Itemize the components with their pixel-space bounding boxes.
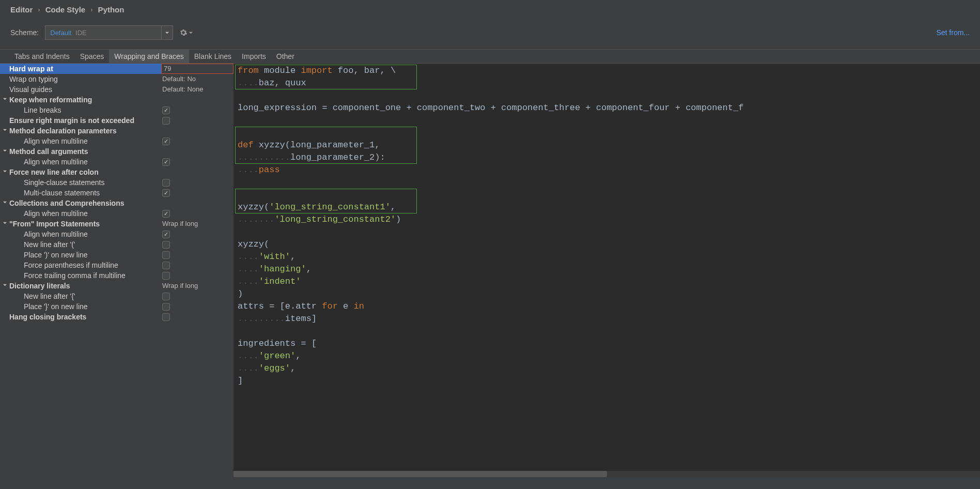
chevron-down-icon[interactable] (0, 198, 9, 208)
breadcrumb-item: Python (98, 5, 125, 14)
tree-label: Method call arguments (9, 146, 88, 157)
checkbox[interactable] (162, 251, 170, 259)
horizontal-scrollbar[interactable] (234, 471, 980, 477)
gear-icon[interactable] (179, 28, 193, 37)
settings-tree: Hard wrap at79Wrap on typingDefault: NoV… (0, 64, 234, 477)
tree-label: Align when multiline (0, 157, 88, 167)
chevron-down-icon[interactable] (0, 146, 9, 157)
tree-row[interactable]: Collections and Comprehensions (0, 198, 234, 208)
tree-value (161, 303, 234, 311)
tree-value (161, 231, 234, 238)
tree-label: Hang closing brackets (0, 312, 86, 322)
scheme-dropdown[interactable]: Default IDE (45, 25, 173, 40)
code-line (234, 176, 980, 189)
tree-row[interactable]: Hang closing brackets (0, 312, 234, 322)
tree-row[interactable]: Wrap on typingDefault: No (0, 74, 234, 84)
chevron-down-icon[interactable] (161, 26, 173, 39)
code-line (234, 226, 980, 238)
tree-row[interactable]: Dictionary literalsWrap if long (0, 281, 234, 291)
code-line: xyzzy( (234, 238, 980, 251)
checkbox[interactable] (162, 158, 170, 166)
tabs: Tabs and IndentsSpacesWrapping and Brace… (0, 50, 980, 64)
tree-row[interactable]: Align when multiline (0, 229, 234, 239)
tree-row[interactable]: Ensure right margin is not exceeded (0, 115, 234, 126)
tree-row[interactable]: Force trailing comma if multiline (0, 270, 234, 281)
checkbox[interactable] (162, 179, 170, 187)
chevron-down-icon[interactable] (0, 219, 9, 229)
tab-blank-lines[interactable]: Blank Lines (189, 50, 237, 63)
scheme-scope: IDE (75, 29, 87, 37)
checkbox[interactable] (162, 262, 170, 269)
tree-row[interactable]: New line after '(' (0, 239, 234, 250)
tree-value (161, 106, 234, 114)
tab-tabs-and-indents[interactable]: Tabs and Indents (9, 50, 75, 63)
tree-row[interactable]: Align when multiline (0, 157, 234, 167)
code-line: ..........long_parameter_2): (234, 151, 980, 164)
tree-value[interactable]: 79 (161, 64, 234, 74)
scheme-label: Scheme: (10, 28, 39, 37)
tree-row[interactable]: Visual guidesDefault: None (0, 84, 234, 95)
code-line: ....'eggs', (234, 362, 980, 375)
tab-imports[interactable]: Imports (237, 50, 271, 63)
tree-label: New line after '{' (0, 291, 75, 301)
checkbox[interactable] (162, 210, 170, 218)
tree-row[interactable]: Method declaration parameters (0, 126, 234, 136)
chevron-down-icon[interactable] (0, 126, 9, 136)
tree-label: Align when multiline (0, 208, 88, 219)
chevron-right-icon: › (38, 6, 40, 13)
tree-row[interactable]: Single-clause statements (0, 177, 234, 188)
checkbox[interactable] (162, 117, 170, 125)
checkbox[interactable] (162, 272, 170, 280)
tab-other[interactable]: Other (271, 50, 300, 63)
chevron-right-icon: › (90, 6, 92, 13)
tree-row[interactable]: Place ')' on new line (0, 250, 234, 260)
code-line: def xyzzy(long_parameter_1, (234, 139, 980, 151)
tree-row[interactable]: Force new line after colon (0, 167, 234, 177)
tree-row[interactable]: Hard wrap at79 (0, 64, 234, 74)
checkbox[interactable] (162, 231, 170, 238)
checkbox[interactable] (162, 313, 170, 321)
tree-label: Align when multiline (0, 136, 88, 146)
checkbox[interactable] (162, 189, 170, 197)
tree-label: Align when multiline (0, 229, 88, 239)
checkbox[interactable] (162, 303, 170, 311)
code-line: attrs = [e.attr for e in (234, 300, 980, 313)
tree-label: Hard wrap at (0, 64, 53, 74)
chevron-down-icon[interactable] (0, 167, 9, 177)
checkbox[interactable] (162, 137, 170, 145)
tree-label: Force parentheses if multiline (0, 260, 118, 270)
tree-row[interactable]: Align when multiline (0, 208, 234, 219)
tree-row[interactable]: Multi-clause statements (0, 188, 234, 198)
tree-row[interactable]: Place '}' on new line (0, 301, 234, 312)
tree-value: Wrap if long (161, 219, 234, 229)
tab-wrapping-and-braces[interactable]: Wrapping and Braces (109, 50, 189, 63)
breadcrumb-item: Code Style (45, 5, 86, 14)
breadcrumb: Editor › Code Style › Python (0, 0, 980, 19)
code-line: ....baz, quux (234, 77, 980, 89)
chevron-down-icon[interactable] (0, 95, 9, 105)
tree-row[interactable]: Keep when reformatting (0, 95, 234, 105)
tree-row[interactable]: Align when multiline (0, 136, 234, 146)
tab-spaces[interactable]: Spaces (75, 50, 110, 63)
tree-row[interactable]: Force parentheses if multiline (0, 260, 234, 270)
tree-value (161, 117, 234, 125)
checkbox[interactable] (162, 293, 170, 300)
tree-value (161, 262, 234, 269)
code-line (234, 325, 980, 338)
tree-label: Force new line after colon (9, 167, 99, 177)
tree-row[interactable]: Line breaks (0, 105, 234, 115)
tree-label: Place '}' on new line (0, 301, 88, 312)
tree-row[interactable]: New line after '{' (0, 291, 234, 301)
chevron-down-icon[interactable] (0, 281, 9, 291)
tree-label: Force trailing comma if multiline (0, 270, 126, 281)
tree-label: Keep when reformatting (9, 95, 92, 105)
set-from-link[interactable]: Set from... (936, 28, 970, 37)
code-line: ] (234, 375, 980, 387)
code-line: xyzzy('long_string_constant1', (234, 201, 980, 213)
tree-row[interactable]: Method call arguments (0, 146, 234, 157)
checkbox[interactable] (162, 106, 170, 114)
tree-label: Place ')' on new line (0, 250, 88, 260)
checkbox[interactable] (162, 241, 170, 249)
tree-row[interactable]: "From" Import StatementsWrap if long (0, 219, 234, 229)
code-line: long_expression = component_one + compon… (234, 102, 980, 114)
